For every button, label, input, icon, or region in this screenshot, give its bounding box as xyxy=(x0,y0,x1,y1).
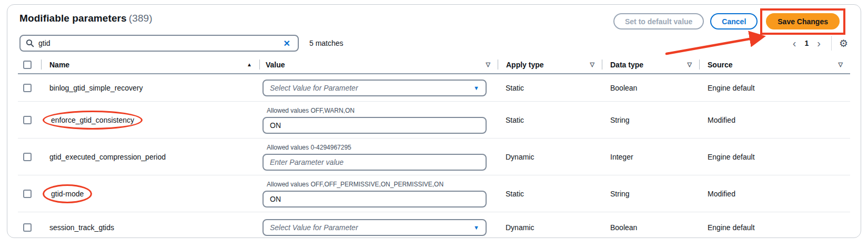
data-type: String xyxy=(602,116,699,124)
parameter-name: gtid_executed_compression_period xyxy=(41,153,259,161)
apply-type: Dynamic xyxy=(498,223,602,232)
apply-type: Static xyxy=(498,116,602,124)
data-type: Integer xyxy=(602,153,699,161)
select-all-checkbox[interactable] xyxy=(23,61,32,69)
chevron-down-icon: ▼ xyxy=(473,85,479,91)
allowed-values-label: Allowed values OFF,OFF_PERMISSIVE,ON_PER… xyxy=(267,181,498,188)
value-select-dropdown[interactable]: Select Value for Parameter ▼ xyxy=(263,80,487,96)
cancel-button[interactable]: Cancel xyxy=(710,13,758,29)
annotation-oval: enforce_gtid_consistency xyxy=(43,111,143,130)
column-header-data-type[interactable]: Data type ▽ xyxy=(602,56,699,73)
parameter-search[interactable]: ✕ xyxy=(19,35,299,52)
pagination: ‹ 1 › ⚙ xyxy=(790,36,849,51)
table-row: session_track_gtids Select Value for Par… xyxy=(18,212,850,242)
column-label: Name xyxy=(49,61,69,69)
filter-icon[interactable]: ▽ xyxy=(590,61,594,68)
parameter-name: enforce_gtid_consistency xyxy=(51,116,134,124)
row-checkbox[interactable] xyxy=(23,84,32,92)
header-checkbox-cell xyxy=(18,61,41,69)
data-type: Boolean xyxy=(602,84,699,92)
allowed-values-label: Allowed values OFF,WARN,ON xyxy=(267,107,498,114)
row-checkbox[interactable] xyxy=(23,153,32,161)
search-icon xyxy=(26,39,34,47)
source: Modified xyxy=(699,116,850,124)
parameter-name: gtid-mode xyxy=(51,190,84,198)
filter-icon[interactable]: ▽ xyxy=(839,61,843,68)
clear-search-icon[interactable]: ✕ xyxy=(281,38,292,48)
row-checkbox[interactable] xyxy=(23,116,32,124)
column-label: Source xyxy=(708,61,732,69)
page-title-text: Modifiable parameters xyxy=(19,13,127,24)
value-input[interactable] xyxy=(263,191,487,208)
value-input[interactable] xyxy=(263,154,487,171)
toolbar-divider xyxy=(831,36,832,51)
sort-ascending-icon[interactable]: ▲ xyxy=(247,62,252,67)
source: Modified xyxy=(699,190,850,198)
chevron-down-icon: ▼ xyxy=(473,224,479,231)
column-label: Apply type xyxy=(506,61,544,69)
current-page[interactable]: 1 xyxy=(802,39,811,47)
filter-icon[interactable]: ▽ xyxy=(486,61,490,68)
search-input[interactable] xyxy=(38,39,281,47)
select-placeholder: Select Value for Parameter xyxy=(270,223,473,232)
set-default-button[interactable]: Set to default value xyxy=(613,13,704,29)
allowed-values-label: Allowed values 0-4294967295 xyxy=(267,144,498,151)
data-type: String xyxy=(602,190,699,198)
select-placeholder: Select Value for Parameter xyxy=(270,84,473,92)
parameter-count: (389) xyxy=(129,13,153,24)
table-row: gtid-mode Allowed values OFF,OFF_PERMISS… xyxy=(18,175,850,212)
table-row: enforce_gtid_consistency Allowed values … xyxy=(18,102,850,139)
column-header-source[interactable]: Source ▽ xyxy=(699,56,850,73)
column-header-name[interactable]: Name ▲ xyxy=(41,56,259,73)
match-count: 5 matches xyxy=(309,39,344,47)
table-row: binlog_gtid_simple_recovery Select Value… xyxy=(18,74,850,102)
source: Engine default xyxy=(699,153,850,161)
table-toolbar: ✕ 5 matches ‹ 1 › ⚙ xyxy=(7,29,861,56)
page-title: Modifiable parameters(389) xyxy=(19,13,153,24)
settings-gear-icon[interactable]: ⚙ xyxy=(839,38,848,48)
save-changes-button[interactable]: Save Changes xyxy=(766,13,840,29)
modifiable-parameters-panel: Modifiable parameters(389) Set to defaul… xyxy=(7,4,861,238)
next-page-icon[interactable]: › xyxy=(814,38,824,48)
apply-type: Static xyxy=(498,84,602,92)
table-row: gtid_executed_compression_period Allowed… xyxy=(18,139,850,175)
column-header-value[interactable]: Value ▽ xyxy=(259,56,498,73)
column-label: Value xyxy=(266,61,285,69)
previous-page-icon[interactable]: ‹ xyxy=(790,38,800,48)
filter-icon[interactable]: ▽ xyxy=(688,61,692,68)
value-input[interactable] xyxy=(263,117,487,134)
filter-area: ✕ 5 matches xyxy=(19,35,344,52)
apply-type: Dynamic xyxy=(498,153,602,161)
parameter-name: binlog_gtid_simple_recovery xyxy=(41,84,259,92)
apply-type: Static xyxy=(498,190,602,198)
row-checkbox[interactable] xyxy=(23,190,32,198)
panel-header: Modifiable parameters(389) Set to defaul… xyxy=(7,5,861,29)
value-select-dropdown[interactable]: Select Value for Parameter ▼ xyxy=(263,219,487,236)
save-button-wrapper: Save Changes xyxy=(766,13,840,29)
parameters-table: Name ▲ Value ▽ Apply type ▽ Data type ▽ … xyxy=(18,56,850,242)
header-actions: Set to default value Cancel Save Changes xyxy=(613,13,849,29)
row-checkbox[interactable] xyxy=(23,223,32,232)
source: Engine default xyxy=(699,84,850,92)
annotation-oval: gtid-mode xyxy=(43,184,92,203)
column-header-apply-type[interactable]: Apply type ▽ xyxy=(498,56,602,73)
source: Engine default xyxy=(699,223,850,232)
data-type: Boolean xyxy=(602,223,699,232)
parameter-name: session_track_gtids xyxy=(41,223,259,232)
table-header-row: Name ▲ Value ▽ Apply type ▽ Data type ▽ … xyxy=(18,56,850,74)
column-label: Data type xyxy=(610,61,643,69)
